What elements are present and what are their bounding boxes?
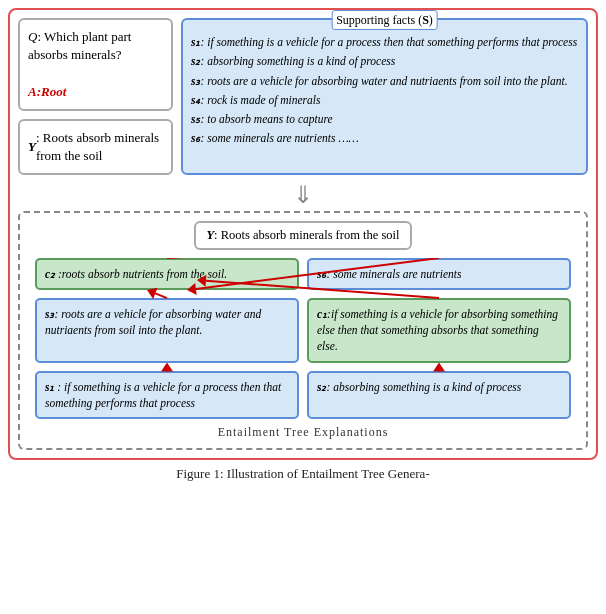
row3: s₁ : if something is a vehicle for a pro… <box>28 371 578 419</box>
main-diagram: Q: Which plant part absorbs minerals? A:… <box>8 8 598 460</box>
s2-text: : absorbing something is a kind of proce… <box>326 381 521 393</box>
supporting-facts-title: Supporting facts (S) <box>331 10 438 30</box>
c2-box: c₂ :roots absorb nutrients from the soil… <box>35 258 299 290</box>
answer-text: :Root <box>37 84 67 99</box>
sf-title-close: ) <box>429 13 433 27</box>
s2-box: s₂: absorbing something is a kind of pro… <box>307 371 571 419</box>
q-label: Q <box>28 29 37 44</box>
supporting-facts-box: Supporting facts (S) s₁: if something is… <box>181 18 588 175</box>
sf-text-2: : absorbing something is a kind of proce… <box>200 55 395 67</box>
y-text-top: : Roots absorb minerals from the soil <box>36 129 163 165</box>
sf-text-6: : some minerals are nutrients <box>200 132 335 144</box>
s3-box: s₃: roots are a vehicle for absorbing wa… <box>35 298 299 362</box>
c2-text: :roots absorb nutrients from the soil. <box>55 268 227 280</box>
s1-text: : if something is a vehicle for a proces… <box>45 381 281 409</box>
s1-box: s₁ : if something is a vehicle for a pro… <box>35 371 299 419</box>
sf-text-1: : if something is a vehicle for a proces… <box>200 36 577 48</box>
left-boxes: Q: Which plant part absorbs minerals? A:… <box>18 18 173 175</box>
y-text-bottom: : Roots absorb minerals from the soil <box>214 228 399 242</box>
y-center-box: Y: Roots absorb minerals from the soil <box>194 221 411 250</box>
y-box-top: Y: Roots absorb minerals from the soil <box>18 119 173 175</box>
question-text: : Which plant part absorbs minerals? <box>28 29 131 62</box>
figure-caption: Figure 1: Illustration of Entailment Tre… <box>176 466 429 482</box>
row2: s₃: roots are a vehicle for absorbing wa… <box>28 298 578 362</box>
question-box: Q: Which plant part absorbs minerals? A:… <box>18 18 173 111</box>
sf-item-4: s₄: rock is made of minerals <box>191 92 578 109</box>
sf-item-3: s₃: roots are a vehicle for absorbing wa… <box>191 73 578 90</box>
sf-ellipsis: …… <box>338 132 358 144</box>
sf-text-5: : to absorb means to capture <box>200 113 332 125</box>
sf-title-bold: S <box>422 13 429 27</box>
c1-label: c₁ <box>317 308 327 320</box>
y-label-top: Y <box>28 138 36 156</box>
sf-item-1: s₁: if something is a vehicle for a proc… <box>191 34 578 51</box>
y-label-bottom: Y <box>206 228 214 242</box>
sf-item-2: s₂: absorbing something is a kind of pro… <box>191 53 578 70</box>
sf-item-5: s₅: to absorb means to capture <box>191 111 578 128</box>
row1: c₂ :roots absorb nutrients from the soil… <box>28 258 578 290</box>
c2-label: c₂ <box>45 268 55 280</box>
bottom-section: Y: Roots absorb minerals from the soil c… <box>18 211 588 450</box>
down-arrow: ⇓ <box>18 183 588 207</box>
sf-text-4: : rock is made of minerals <box>200 94 320 106</box>
c1-box: c₁:if something is a vehicle for absorbi… <box>307 298 571 362</box>
s3-text: : roots are a vehicle for absorbing wate… <box>45 308 261 336</box>
tree-area: c₂ :roots absorb nutrients from the soil… <box>28 258 578 419</box>
section-label: Entailment Tree Explanations <box>28 425 578 440</box>
s6-box: s₆: some minerals are nutrients <box>307 258 571 290</box>
s6-text: : some minerals are nutrients <box>326 268 461 280</box>
top-section: Q: Which plant part absorbs minerals? A:… <box>18 18 588 175</box>
c1-text: :if something is a vehicle for absorbing… <box>317 308 558 352</box>
sf-title-text: Supporting facts ( <box>336 13 422 27</box>
sf-text-3: : roots are a vehicle for absorbing wate… <box>200 75 567 87</box>
answer-label: A <box>28 84 37 99</box>
sf-item-6: s₆: some minerals are nutrients …… <box>191 130 578 147</box>
